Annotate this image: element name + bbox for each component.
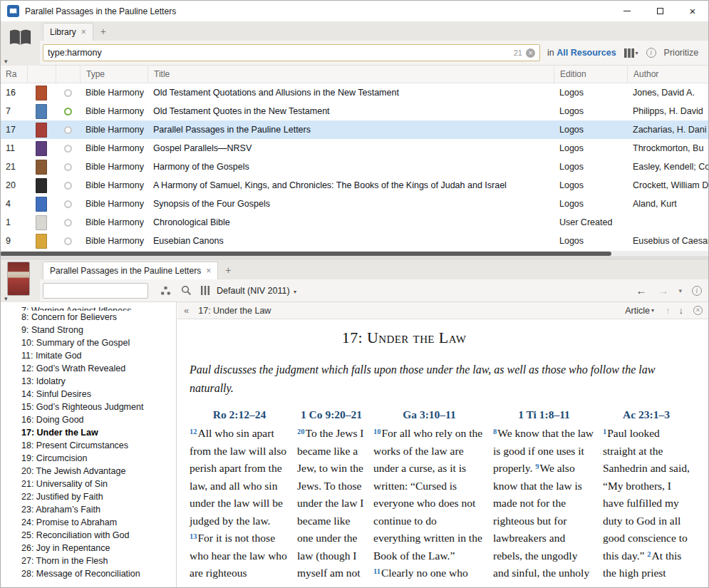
back-button[interactable]: ← — [636, 284, 646, 296]
previous-article-button[interactable]: ↑ — [666, 305, 671, 316]
author-cell: Crockett, William D — [627, 180, 709, 190]
toc-item[interactable]: 26: Joy in Repentance — [0, 542, 176, 555]
passage-column: 1 Ti 1:8–118We know that the law is good… — [493, 408, 595, 588]
status-ring-icon — [64, 237, 72, 245]
visual-filters-button[interactable] — [160, 286, 171, 296]
version-selector[interactable]: Default (NIV 2011) ▾ — [217, 286, 296, 296]
library-row[interactable]: 20Bible HarmonyA Harmony of Samuel, King… — [0, 176, 709, 195]
library-icon[interactable] — [9, 29, 32, 47]
toc-item[interactable]: 14: Sinful Desires — [0, 388, 176, 401]
verse-number: 20 — [297, 428, 305, 435]
scope-all-resources-link[interactable]: All Resources — [557, 48, 616, 58]
toc-item[interactable]: 24: Promise to Abraham — [0, 516, 176, 529]
verse-number: 12 — [190, 428, 197, 435]
next-article-button[interactable]: ↓ — [679, 305, 684, 316]
view-columns-button[interactable]: ▾ — [624, 48, 638, 58]
horizontal-scrollbar[interactable] — [0, 251, 709, 257]
forward-button[interactable]: → — [658, 284, 668, 296]
toc-item[interactable]: 23: Abraham’s Faith — [0, 503, 176, 516]
panel-menu-caret-icon[interactable]: ▾ — [4, 295, 8, 302]
history-dropdown-icon[interactable]: ▾ — [678, 287, 682, 294]
toc-item[interactable]: 17: Under the Law — [0, 426, 176, 439]
column-header-cover[interactable] — [27, 66, 56, 83]
cover-cell — [27, 104, 56, 119]
inline-search-button[interactable] — [181, 285, 192, 296]
toc-item[interactable]: 28: Message of Reconciliation — [0, 567, 176, 580]
type-cell: Bible Harmony — [80, 106, 148, 116]
library-row[interactable]: 7Bible HarmonyOld Testament Quotes in th… — [0, 102, 709, 120]
toc-item[interactable]: 16: Doing Good — [0, 413, 176, 426]
parallel-columns-button[interactable] — [201, 286, 209, 295]
maximize-button[interactable] — [643, 1, 676, 22]
toc-item[interactable]: 15: God’s Righteous Judgment — [0, 401, 176, 413]
new-tab-button[interactable]: + — [225, 264, 231, 276]
verse-number: 1 — [603, 428, 606, 435]
toc-item[interactable]: 20: The Jewish Advantage — [0, 465, 176, 478]
toc-item[interactable]: 7: Warning Against Idleness — [0, 304, 176, 311]
collapse-toc-icon[interactable]: « — [184, 305, 189, 316]
prioritize-button[interactable]: Prioritize — [664, 48, 699, 58]
toc-item[interactable]: 22: Justified by Faith — [0, 490, 176, 503]
panel-menu-caret-icon[interactable]: ▾ — [4, 58, 8, 65]
resource-search-input[interactable] — [43, 283, 148, 299]
toc-item[interactable]: 21: Universality of Sin — [0, 478, 176, 490]
close-button[interactable]: × — [676, 1, 709, 22]
resource-cover-icon — [36, 160, 47, 175]
library-row[interactable]: 4Bible HarmonySynopsis of the Four Gospe… — [0, 195, 709, 213]
toc-item[interactable]: 19: Circumcision — [0, 452, 176, 465]
toc-item[interactable]: 13: Idolatry — [0, 375, 176, 388]
edition-cell: Logos — [554, 199, 627, 209]
library-table-header: Ra Type Title Edition Author — [0, 66, 709, 83]
toc-item[interactable]: 25: Reconciliation with God — [0, 529, 176, 542]
toc-item-label: 21: Universality of Sin — [21, 479, 108, 489]
passage-reference[interactable]: Ro 2:12–24 — [190, 408, 289, 421]
column-header-title[interactable]: Title — [148, 66, 554, 83]
passage-text: 20To the Jews I became like a Jew, to wi… — [297, 425, 366, 582]
library-row[interactable]: 11Bible HarmonyGospel Parallels—NRSVLogo… — [0, 139, 709, 158]
passage-reference[interactable]: Ac 23:1–3 — [603, 408, 690, 421]
library-row[interactable]: 1Bible HarmonyChronological BibleUser Cr… — [0, 213, 709, 232]
toc-item[interactable]: 12: God’s Wrath Revealed — [0, 362, 176, 375]
toc-item[interactable]: 9: Stand Strong — [0, 324, 176, 336]
column-header-status[interactable] — [56, 66, 80, 83]
toc-item-label: 8: Concern for Believers — [21, 312, 117, 322]
library-tab-bar: Library × + — [40, 21, 709, 41]
passage-reference[interactable]: 1 Ti 1:8–11 — [493, 408, 595, 421]
clear-search-icon[interactable]: × — [526, 48, 535, 58]
article-intro: Paul discusses the judgment which falls … — [190, 361, 682, 398]
article-selector[interactable]: Article ▾ — [625, 306, 654, 316]
scrollbar-thumb[interactable] — [0, 252, 611, 256]
toc-item[interactable]: 10: Summary of the Gospel — [0, 336, 176, 349]
tab-resource[interactable]: Parallel Passages in the Pauline Letters… — [43, 262, 218, 279]
toc-item[interactable]: 8: Concern for Believers — [0, 311, 176, 324]
resource-tab-bar: Parallel Passages in the Pauline Letters… — [40, 259, 709, 279]
library-row[interactable]: 21Bible HarmonyHarmony of the GospelsLog… — [0, 158, 709, 176]
resource-cover-icon — [36, 141, 47, 156]
new-tab-button[interactable]: + — [100, 26, 106, 37]
toc-item[interactable]: 11: Imitate God — [0, 349, 176, 362]
library-row[interactable]: 9Bible HarmonyEusebian CanonsLogosEusebi… — [0, 232, 709, 250]
toc-item[interactable]: 18: Present Circumstances — [0, 439, 176, 452]
type-cell: Bible Harmony — [80, 180, 148, 190]
info-icon[interactable]: i — [692, 286, 702, 296]
library-row[interactable]: 16Bible HarmonyOld Testament Quotations … — [0, 83, 709, 102]
chevron-down-icon: ▾ — [294, 289, 296, 295]
passage-reference[interactable]: Ga 3:10–11 — [373, 408, 485, 421]
toc-item-label: 26: Joy in Repentance — [21, 543, 110, 553]
toc-item[interactable]: 27: Thorn in the Flesh — [0, 555, 176, 567]
close-pane-icon[interactable]: × — [693, 306, 703, 315]
library-search-input[interactable]: type:harmony 21 × — [43, 44, 540, 61]
column-header-edition[interactable]: Edition — [554, 66, 627, 83]
close-tab-icon[interactable]: × — [81, 28, 86, 36]
minimize-button[interactable] — [611, 1, 643, 22]
resource-cover-thumbnail[interactable] — [8, 262, 29, 295]
close-tab-icon[interactable]: × — [206, 267, 211, 275]
column-header-rank[interactable]: Ra — [0, 66, 27, 83]
verse-number: 8 — [493, 428, 497, 435]
column-header-type[interactable]: Type — [80, 66, 148, 83]
library-info-button[interactable]: i — [646, 48, 656, 58]
column-header-author[interactable]: Author — [627, 66, 709, 83]
passage-reference[interactable]: 1 Co 9:20–21 — [297, 408, 366, 421]
library-row[interactable]: 17Bible HarmonyParallel Passages in the … — [0, 120, 709, 139]
tab-library[interactable]: Library × — [43, 23, 93, 41]
